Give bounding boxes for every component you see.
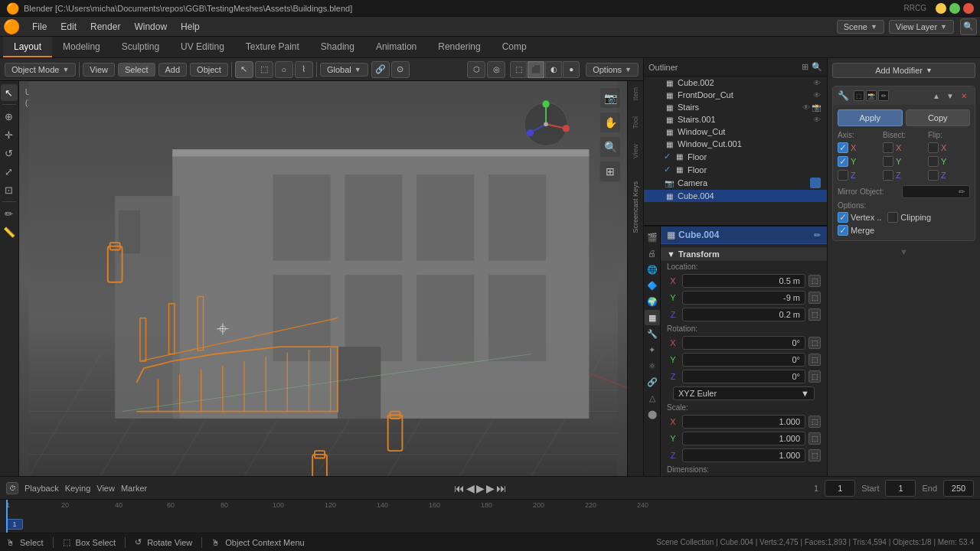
current-frame-input[interactable]: 1: [825, 480, 855, 497]
tab-comp[interactable]: Comp: [492, 37, 537, 57]
tool-select[interactable]: ↖: [235, 61, 253, 78]
scale-z-input[interactable]: 1.000: [682, 448, 805, 462]
select-menu[interactable]: Select: [118, 63, 155, 77]
tool-lasso[interactable]: ⌇: [295, 61, 313, 78]
outliner-search-icon[interactable]: 🔍: [812, 62, 822, 72]
vis-eye-icon[interactable]: 👁: [813, 79, 821, 87]
mod-x-icon[interactable]: ✕: [958, 90, 970, 102]
outliner-filter-icon[interactable]: ⊞: [802, 62, 808, 72]
rotation-y-input[interactable]: 0°: [682, 353, 805, 367]
tab-texture-paint[interactable]: Texture Paint: [235, 37, 310, 57]
mod-up-icon[interactable]: ▲: [930, 90, 942, 102]
tab-shading[interactable]: Shading: [310, 37, 365, 57]
search-button[interactable]: 🔍: [960, 18, 977, 35]
tool-circle[interactable]: ○: [275, 61, 293, 78]
prop-tab-material[interactable]: ⬤: [645, 406, 660, 422]
solid-btn[interactable]: ⬛: [528, 61, 544, 78]
start-frame-input[interactable]: 1: [885, 480, 916, 497]
copy-button[interactable]: Copy: [906, 109, 971, 126]
tool-select-lt[interactable]: ↖: [1, 84, 18, 101]
flip-z-checkbox[interactable]: [928, 170, 939, 181]
mod-realtime-toggle[interactable]: ⬚: [854, 90, 864, 101]
mirror-object-input[interactable]: ✏: [902, 185, 970, 198]
apply-button[interactable]: Apply: [838, 109, 903, 126]
outliner-item-camera[interactable]: 📷 Camera: [644, 176, 827, 190]
bisect-y-checkbox[interactable]: [883, 156, 893, 167]
mod-down-icon[interactable]: ▼: [944, 90, 956, 102]
flip-x-checkbox[interactable]: [928, 142, 939, 153]
menu-render[interactable]: Render: [84, 20, 126, 34]
minimize-button[interactable]: [936, 3, 946, 14]
vertex-checkbox[interactable]: ✓: [838, 212, 848, 223]
mod-render-toggle[interactable]: 📸: [866, 90, 877, 101]
viewport-zoom-btn[interactable]: 🔍: [599, 136, 621, 158]
prop-tab-object[interactable]: ▦: [645, 310, 660, 325]
viewport-3d[interactable]: User Perspective (1) Scene Collection | …: [19, 81, 627, 476]
tool-transform[interactable]: ⊡: [1, 181, 18, 198]
euler-dropdown[interactable]: XYZ Euler ▼: [673, 386, 815, 400]
tool-rotate[interactable]: ↺: [1, 145, 18, 161]
next-frame-btn[interactable]: ▶: [486, 482, 495, 494]
marker-label[interactable]: Marker: [121, 484, 147, 493]
stairs-render-icon[interactable]: 📸: [812, 103, 821, 112]
viewport-camera-btn[interactable]: 📷: [599, 87, 621, 109]
tool-measure[interactable]: 📏: [1, 223, 18, 240]
tab-animation[interactable]: Animation: [365, 37, 427, 57]
clipping-checkbox[interactable]: [887, 212, 898, 223]
rotation-z-copy[interactable]: ⬚: [808, 370, 821, 383]
prop-tab-render[interactable]: 🎬: [645, 230, 660, 245]
prop-tab-world[interactable]: 🌍: [645, 294, 660, 309]
tool-annotate[interactable]: ✏: [1, 205, 18, 222]
timeline-ruler[interactable]: 1 20 40 60 80 100 120 140 160 180 200 22…: [0, 499, 980, 533]
end-frame-input[interactable]: 250: [943, 480, 974, 497]
location-y-copy[interactable]: ⬚: [808, 292, 821, 304]
outliner-item-cube002[interactable]: ▦ Cube.002 👁: [644, 77, 827, 89]
add-modifier-button[interactable]: Add Modifier ▼: [832, 63, 975, 78]
rotation-y-copy[interactable]: ⬚: [808, 354, 821, 366]
prop-tab-physics[interactable]: ⚛: [645, 358, 660, 373]
prop-tab-modifier[interactable]: 🔧: [645, 326, 660, 341]
location-z-input[interactable]: 0.2 m: [682, 308, 805, 321]
viewport-grid-btn[interactable]: ⊞: [599, 161, 621, 182]
scale-x-copy[interactable]: ⬚: [808, 416, 821, 428]
outliner-item-windowcut001[interactable]: ▦ Window_Cut.001: [644, 138, 827, 150]
xray-btn[interactable]: ◎: [487, 61, 505, 78]
bisect-z-checkbox[interactable]: [883, 170, 893, 181]
add-menu[interactable]: Add: [158, 63, 188, 77]
rotation-x-input[interactable]: 0°: [682, 336, 805, 350]
flip-y-checkbox[interactable]: [928, 156, 939, 167]
maximize-button[interactable]: [949, 3, 960, 14]
prop-tab-output[interactable]: 🖨: [645, 246, 660, 261]
tool-scale[interactable]: ⤢: [1, 163, 18, 180]
mode-selector[interactable]: Object Mode ▼: [5, 63, 76, 77]
transform-selector[interactable]: Global ▼: [320, 63, 368, 77]
outliner-item-floor2[interactable]: ✓ ▦ Floor: [644, 163, 827, 176]
axis-x-checkbox[interactable]: ✓: [838, 142, 848, 153]
close-button[interactable]: [963, 3, 974, 14]
frontdoor-eye-icon[interactable]: 👁: [813, 91, 821, 99]
view-menu[interactable]: View: [83, 63, 115, 77]
stairs001-eye-icon[interactable]: 👁: [813, 116, 821, 124]
keying-label[interactable]: Keying: [65, 484, 91, 493]
outliner-item-cube004[interactable]: ▦ Cube.004: [644, 190, 827, 202]
prop-tab-data[interactable]: △: [645, 390, 660, 406]
tool-cursor[interactable]: ⊕: [1, 108, 18, 125]
frame-1-indicator[interactable]: 1: [6, 519, 23, 530]
axis-z-checkbox[interactable]: [838, 170, 848, 181]
outliner-item-stairs[interactable]: ▦ Stairs 👁 📸: [644, 101, 827, 113]
location-z-copy[interactable]: ⬚: [808, 308, 821, 321]
prop-tab-particles[interactable]: ✦: [645, 342, 660, 357]
prop-tab-view[interactable]: 🌐: [645, 262, 660, 277]
menu-help[interactable]: Help: [175, 20, 206, 34]
obj-edit-icon[interactable]: ✏: [814, 230, 821, 240]
tab-rendering[interactable]: Rendering: [427, 37, 491, 57]
outliner-item-frontdoor[interactable]: ▦ FrontDoor_Cut 👁: [644, 89, 827, 101]
bisect-x-checkbox[interactable]: [883, 142, 893, 153]
overlay-btn[interactable]: ⬡: [467, 61, 485, 78]
scale-z-copy[interactable]: ⬚: [808, 449, 821, 461]
viewport-hand-btn[interactable]: ✋: [599, 112, 621, 133]
timeline-view-label[interactable]: View: [96, 484, 115, 493]
rotation-z-input[interactable]: 0°: [682, 370, 805, 383]
location-x-copy[interactable]: ⬚: [808, 275, 821, 287]
tab-modeling[interactable]: Modeling: [52, 37, 111, 57]
